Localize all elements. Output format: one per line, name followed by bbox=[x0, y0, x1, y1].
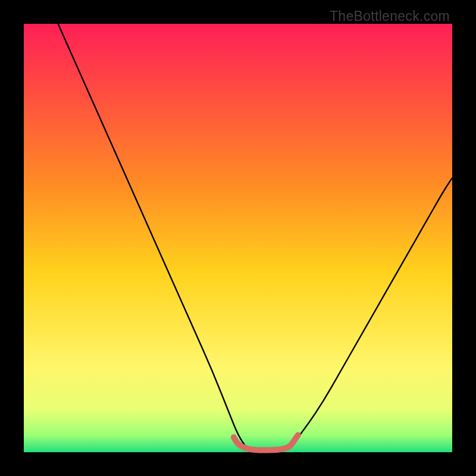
chart-frame: TheBottleneck.com bbox=[0, 0, 476, 476]
left-branch-path bbox=[58, 24, 247, 448]
right-branch-path bbox=[289, 178, 452, 448]
curve-layer bbox=[24, 24, 452, 452]
plot-area bbox=[24, 24, 452, 452]
watermark-text: TheBottleneck.com bbox=[330, 8, 450, 24]
